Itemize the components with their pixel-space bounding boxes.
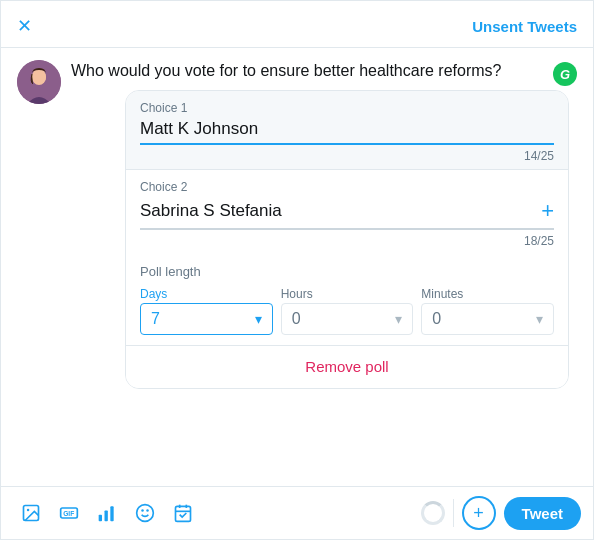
- minutes-select-group: Minutes 0 ▾: [421, 287, 554, 335]
- days-chevron-icon: ▾: [255, 311, 262, 327]
- image-icon[interactable]: [13, 495, 49, 531]
- choice2-char-count: 18/25: [140, 232, 554, 254]
- svg-rect-13: [176, 506, 191, 521]
- hours-value: 0: [292, 310, 301, 328]
- svg-point-4: [27, 509, 29, 512]
- toolbar-icons: GIF: [13, 495, 417, 531]
- minutes-label: Minutes: [421, 287, 554, 301]
- add-choice-button[interactable]: +: [541, 198, 554, 224]
- svg-point-2: [32, 70, 46, 84]
- unsent-tweets-link[interactable]: Unsent Tweets: [472, 18, 577, 35]
- choice2-label: Choice 2: [140, 180, 554, 194]
- poll-length-section: Poll length Days 7 ▾ Hours: [126, 254, 568, 335]
- choice2-block: Choice 2 Sabrina S Stefania + 18/25: [126, 170, 568, 254]
- avatar: [17, 60, 61, 104]
- days-label: Days: [140, 287, 273, 301]
- toolbar-right: + Tweet: [421, 496, 581, 530]
- minutes-value: 0: [432, 310, 441, 328]
- svg-rect-9: [110, 506, 113, 521]
- hours-label: Hours: [281, 287, 414, 301]
- svg-rect-8: [105, 511, 108, 522]
- hours-select-group: Hours 0 ▾: [281, 287, 414, 335]
- compose-right: Who would you vote for to ensure better …: [71, 60, 577, 397]
- svg-point-10: [137, 505, 154, 522]
- header: ✕ Unsent Tweets: [1, 1, 593, 48]
- days-value: 7: [151, 310, 160, 328]
- choice2-input-row: Sabrina S Stefania +: [140, 198, 554, 230]
- tweet-text-row: Who would you vote for to ensure better …: [71, 60, 577, 86]
- svg-text:GIF: GIF: [63, 510, 74, 517]
- emoji-icon[interactable]: [127, 495, 163, 531]
- hours-select[interactable]: 0 ▾: [281, 303, 414, 335]
- choice1-label: Choice 1: [140, 101, 554, 115]
- days-select-group: Days 7 ▾: [140, 287, 273, 335]
- schedule-icon[interactable]: [165, 495, 201, 531]
- minutes-chevron-icon: ▾: [536, 311, 543, 327]
- choice1-text: Matt K Johnson: [140, 119, 554, 139]
- choice1-block: Choice 1 Matt K Johnson 14/25: [126, 91, 568, 170]
- gif-icon[interactable]: GIF: [51, 495, 87, 531]
- poll-length-label: Poll length: [140, 264, 554, 279]
- tweet-button[interactable]: Tweet: [504, 497, 581, 530]
- close-icon[interactable]: ✕: [17, 15, 32, 37]
- choice1-input-row: Matt K Johnson: [140, 119, 554, 145]
- loading-spinner: [421, 501, 445, 525]
- remove-poll-button[interactable]: Remove poll: [305, 358, 388, 375]
- choice2-text: Sabrina S Stefania: [140, 201, 533, 221]
- choice1-char-count: 14/25: [140, 147, 554, 169]
- minutes-select[interactable]: 0 ▾: [421, 303, 554, 335]
- days-select[interactable]: 7 ▾: [140, 303, 273, 335]
- toolbar-divider: [453, 499, 454, 527]
- add-tweet-button[interactable]: +: [462, 496, 496, 530]
- compose-window: ✕ Unsent Tweets Who would you vote for t…: [0, 0, 594, 540]
- poll-card: Choice 1 Matt K Johnson 14/25 Choice 2 S…: [125, 90, 569, 389]
- hours-chevron-icon: ▾: [395, 311, 402, 327]
- toolbar: GIF: [1, 486, 593, 539]
- svg-rect-7: [99, 515, 102, 522]
- poll-selects: Days 7 ▾ Hours 0 ▾: [140, 287, 554, 335]
- grammarly-icon: G: [553, 62, 577, 86]
- tweet-text: Who would you vote for to ensure better …: [71, 60, 553, 82]
- compose-area: Who would you vote for to ensure better …: [1, 48, 593, 486]
- poll-icon[interactable]: [89, 495, 125, 531]
- remove-poll-row: Remove poll: [126, 345, 568, 388]
